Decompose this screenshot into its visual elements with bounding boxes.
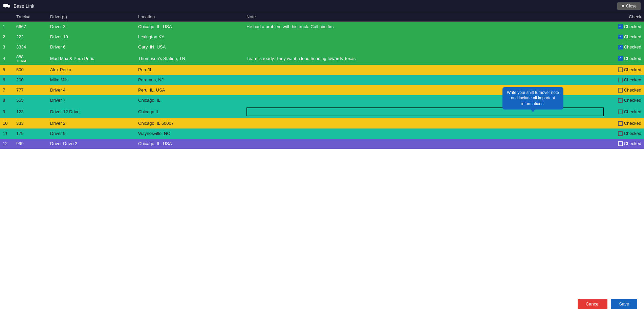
check-box[interactable] [618, 45, 623, 50]
footer: Cancel Save [578, 299, 637, 309]
table-row: 6200Mike MilsParamus, NJChecked [0, 75, 644, 85]
checked-label: Checked [624, 98, 641, 103]
svg-point-2 [8, 7, 10, 8]
check-box[interactable] [618, 98, 623, 103]
row-check-cell[interactable]: Checked [607, 22, 644, 32]
svg-rect-0 [3, 4, 8, 7]
row-num: 10 [0, 118, 14, 129]
check-box[interactable] [618, 35, 623, 39]
close-button[interactable]: ✕ Close [617, 2, 641, 10]
table-header: Truck# Driver(s) Location Note Check [0, 12, 644, 22]
table-row: 2222Driver 10Lexington KYChecked [0, 32, 644, 42]
row-location: Peru, IL, USA [135, 85, 244, 95]
cancel-button[interactable]: Cancel [578, 299, 607, 309]
row-note: Team is ready. They want a load heading … [244, 52, 607, 65]
checked-label: Checked [624, 121, 641, 126]
checked-label: Checked [624, 44, 641, 50]
check-box[interactable] [618, 141, 623, 146]
checked-label: Checked [624, 67, 641, 72]
row-num: 2 [0, 32, 14, 42]
row-location: Gary, IN, USA [135, 42, 244, 52]
check-box[interactable] [618, 110, 623, 114]
row-check-cell[interactable]: Checked [607, 75, 644, 85]
row-driver: Driver 10 [47, 32, 135, 42]
row-check-cell[interactable]: Checked [607, 105, 644, 118]
row-num: 6 [0, 75, 14, 85]
col-header-note: Note [244, 12, 607, 22]
row-location: Waynesville, NC [135, 129, 244, 139]
col-header-driver: Driver(s) [47, 12, 135, 22]
row-note[interactable]: Write your shift turnover note and inclu… [244, 105, 607, 118]
checked-label: Checked [624, 131, 641, 136]
row-check-cell[interactable]: Checked [607, 42, 644, 52]
row-check-cell[interactable]: Checked [607, 65, 644, 75]
check-box[interactable] [618, 131, 623, 136]
check-box[interactable] [618, 78, 623, 82]
col-header-truck: Truck# [14, 12, 47, 22]
app-title: Base Link [14, 3, 34, 9]
row-check-cell[interactable]: Checked [607, 139, 644, 149]
col-header-check: Check [607, 12, 644, 22]
row-truck: 179 [14, 129, 47, 139]
row-location: Chicago, IL, USA [135, 22, 244, 32]
row-check-cell[interactable]: Checked [607, 85, 644, 95]
check-box[interactable] [618, 88, 623, 93]
row-num: 5 [0, 65, 14, 75]
table-row: 33334Driver 6Gary, IN, USAChecked [0, 42, 644, 52]
row-truck: 222 [14, 32, 47, 42]
row-driver: Driver 12 Driver [47, 105, 135, 118]
table-row: 11179Driver 9Waynesville, NCChecked [0, 129, 644, 139]
row-num: 8 [0, 95, 14, 105]
title-bar: Base Link ✕ Close [0, 0, 644, 12]
row-check-cell[interactable]: Checked [607, 118, 644, 129]
row-truck: 6667 [14, 22, 47, 32]
row-num: 1 [0, 22, 14, 32]
row-check-cell[interactable]: Checked [607, 32, 644, 42]
row-num: 9 [0, 105, 14, 118]
checked-label: Checked [624, 56, 641, 61]
check-box[interactable] [618, 121, 623, 126]
row-note [244, 42, 607, 52]
checked-label: Checked [624, 34, 641, 39]
row-num: 11 [0, 129, 14, 139]
row-location: Chicago, IL 60007 [135, 118, 244, 129]
save-button[interactable]: Save [611, 299, 637, 309]
checked-label: Checked [624, 87, 641, 93]
tooltip: Write your shift turnover note and inclu… [502, 87, 563, 110]
row-location: Paramus, NJ [135, 75, 244, 85]
row-truck: 123 [14, 105, 47, 118]
row-note [244, 65, 607, 75]
row-truck: 200 [14, 75, 47, 85]
table-body: 16667Driver 3Chicago, IL, USAHe had a pr… [0, 22, 644, 149]
row-check-cell[interactable]: Checked [607, 95, 644, 105]
row-num: 7 [0, 85, 14, 95]
row-location: Chicago, IL [135, 95, 244, 105]
row-driver: Mike Mils [47, 75, 135, 85]
row-driver: Driver 3 [47, 22, 135, 32]
table-container: Truck# Driver(s) Location Note Check 166… [0, 12, 644, 149]
row-note [244, 32, 607, 42]
row-num: 4 [0, 52, 14, 65]
row-note: He had a problem with his truck. Call hi… [244, 22, 607, 32]
table-row: 10333Driver 2Chicago, IL 60007Checked [0, 118, 644, 129]
main-content: Truck# Driver(s) Location Note Check 166… [0, 12, 644, 316]
row-check-cell[interactable]: Checked [607, 52, 644, 65]
col-header-location: Location [135, 12, 244, 22]
svg-point-1 [4, 7, 5, 8]
check-box[interactable] [618, 56, 623, 61]
checked-label: Checked [624, 77, 641, 82]
row-check-cell[interactable]: Checked [607, 129, 644, 139]
data-table: Truck# Driver(s) Location Note Check 166… [0, 12, 644, 149]
check-box[interactable] [618, 67, 623, 72]
checked-label: Checked [624, 24, 641, 29]
col-header-num [0, 12, 14, 22]
row-location: Peru/IL [135, 65, 244, 75]
table-row: 4888TEAMMad Max & Pera PericThompson's S… [0, 52, 644, 65]
row-driver: Mad Max & Pera Peric [47, 52, 135, 65]
check-box[interactable] [618, 24, 623, 29]
row-truck: 999 [14, 139, 47, 149]
row-note [244, 139, 607, 149]
row-driver: Alex Petko [47, 65, 135, 75]
row-driver: Driver 2 [47, 118, 135, 129]
row-num: 12 [0, 139, 14, 149]
